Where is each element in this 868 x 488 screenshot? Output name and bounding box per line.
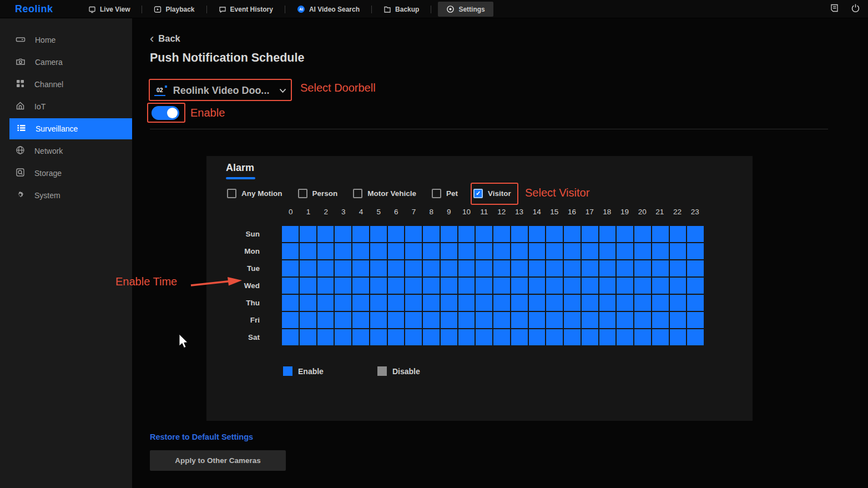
schedule-cell[interactable] [493, 243, 510, 259]
schedule-cell[interactable] [687, 312, 704, 328]
schedule-cell[interactable] [423, 278, 440, 294]
schedule-cell[interactable] [617, 295, 633, 311]
schedule-cell[interactable] [282, 312, 299, 328]
schedule-cell[interactable] [282, 295, 299, 311]
schedule-cell[interactable] [617, 329, 633, 345]
schedule-cell[interactable] [634, 260, 651, 276]
schedule-cell[interactable] [582, 278, 598, 294]
schedule-cell[interactable] [493, 295, 510, 311]
restore-defaults-link[interactable]: Restore to Default Settings [150, 432, 253, 441]
schedule-cell[interactable] [529, 278, 546, 294]
schedule-cell[interactable] [582, 260, 598, 276]
schedule-cell[interactable] [370, 278, 387, 294]
schedule-cell[interactable] [388, 260, 405, 276]
schedule-cell[interactable] [352, 278, 369, 294]
schedule-cell[interactable] [546, 226, 563, 242]
schedule-cell[interactable] [687, 226, 704, 242]
schedule-cell[interactable] [370, 295, 387, 311]
back-button[interactable]: ‹ Back [150, 33, 180, 44]
schedule-cell[interactable] [335, 312, 351, 328]
schedule-cell[interactable] [476, 278, 492, 294]
schedule-cell[interactable] [352, 329, 369, 345]
schedule-cell[interactable] [423, 243, 440, 259]
schedule-cell[interactable] [634, 243, 651, 259]
alarm-type-checkbox[interactable]: Any Motion [227, 189, 282, 198]
schedule-cell[interactable] [282, 243, 299, 259]
schedule-cell[interactable] [564, 295, 581, 311]
schedule-cell[interactable] [370, 260, 387, 276]
tab-ai-video-search[interactable]: AI AI Video Search [285, 0, 371, 18]
schedule-cell[interactable] [529, 295, 546, 311]
schedule-cell[interactable] [634, 278, 651, 294]
schedule-cell[interactable] [652, 295, 669, 311]
schedule-cell[interactable] [441, 312, 457, 328]
schedule-cell[interactable] [317, 329, 334, 345]
schedule-cell[interactable] [652, 329, 669, 345]
schedule-cell[interactable] [599, 278, 616, 294]
sidebar-item-channel[interactable]: Channel [0, 73, 132, 95]
apply-to-other-cameras-button[interactable]: Apply to Other Cameras [150, 450, 286, 471]
schedule-cell[interactable] [388, 226, 405, 242]
sidebar-item-storage[interactable]: Storage [0, 162, 132, 184]
schedule-cell[interactable] [546, 278, 563, 294]
schedule-cell[interactable] [458, 312, 475, 328]
schedule-cell[interactable] [599, 226, 616, 242]
schedule-cell[interactable] [458, 226, 475, 242]
schedule-cell[interactable] [511, 260, 528, 276]
schedule-cell[interactable] [564, 243, 581, 259]
schedule-cell[interactable] [370, 312, 387, 328]
schedule-cell[interactable] [670, 260, 687, 276]
alarm-type-checkbox[interactable]: Pet [432, 189, 458, 198]
schedule-cell[interactable] [317, 260, 334, 276]
checkbox-icon[interactable] [298, 189, 307, 198]
schedule-cell[interactable] [300, 243, 316, 259]
schedule-cell[interactable] [405, 312, 422, 328]
schedule-cell[interactable] [352, 295, 369, 311]
schedule-cell[interactable] [511, 295, 528, 311]
schedule-cell[interactable] [370, 329, 387, 345]
schedule-cell[interactable] [441, 243, 457, 259]
sidebar-item-camera[interactable]: Camera [0, 51, 132, 73]
schedule-cell[interactable] [282, 226, 299, 242]
message-log-icon[interactable] [830, 3, 839, 15]
schedule-cell[interactable] [458, 243, 475, 259]
tab-event-history[interactable]: Event History [207, 0, 285, 18]
schedule-cell[interactable] [458, 329, 475, 345]
schedule-cell[interactable] [582, 295, 598, 311]
schedule-cell[interactable] [670, 329, 687, 345]
schedule-cell[interactable] [652, 278, 669, 294]
schedule-cell[interactable] [670, 312, 687, 328]
schedule-cell[interactable] [405, 243, 422, 259]
schedule-cell[interactable] [388, 243, 405, 259]
schedule-cell[interactable] [670, 243, 687, 259]
schedule-cell[interactable] [423, 329, 440, 345]
schedule-cell[interactable] [511, 226, 528, 242]
schedule-cell[interactable] [476, 226, 492, 242]
schedule-cell[interactable] [335, 243, 351, 259]
checkbox-icon[interactable] [432, 189, 441, 198]
schedule-cell[interactable] [599, 312, 616, 328]
schedule-cell[interactable] [300, 329, 316, 345]
schedule-cell[interactable] [546, 312, 563, 328]
schedule-cell[interactable] [405, 260, 422, 276]
schedule-cell[interactable] [634, 226, 651, 242]
schedule-cell[interactable] [493, 278, 510, 294]
schedule-cell[interactable] [564, 260, 581, 276]
schedule-cell[interactable] [617, 226, 633, 242]
schedule-cell[interactable] [458, 295, 475, 311]
schedule-cell[interactable] [405, 329, 422, 345]
schedule-cell[interactable] [511, 278, 528, 294]
schedule-cell[interactable] [300, 312, 316, 328]
schedule-cell[interactable] [546, 329, 563, 345]
schedule-cell[interactable] [405, 278, 422, 294]
schedule-cell[interactable] [582, 243, 598, 259]
schedule-cell[interactable] [529, 226, 546, 242]
schedule-cell[interactable] [511, 329, 528, 345]
schedule-cell[interactable] [335, 278, 351, 294]
schedule-cell[interactable] [652, 260, 669, 276]
schedule-cell[interactable] [388, 295, 405, 311]
schedule-cell[interactable] [493, 260, 510, 276]
schedule-cell[interactable] [529, 329, 546, 345]
schedule-cell[interactable] [529, 243, 546, 259]
schedule-cell[interactable] [423, 312, 440, 328]
